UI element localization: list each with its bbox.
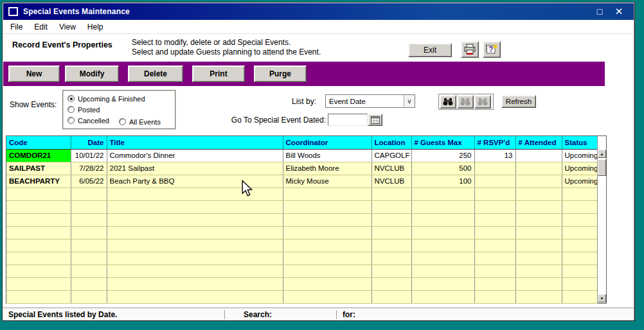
show-events-group: Upcoming & Finished Posted Cancelled All… <box>62 90 176 130</box>
menu-item-edit[interactable]: Edit <box>28 21 53 33</box>
binoculars-next-icon <box>460 98 470 106</box>
table-row[interactable]: COMDOR2110/01/22Commodor's DinnerBill Wo… <box>6 149 597 162</box>
printer-icon <box>463 44 477 56</box>
radio-icon <box>67 95 75 102</box>
table-row-empty[interactable] <box>6 213 597 226</box>
table-row-empty[interactable] <box>6 265 597 277</box>
list-by-select[interactable]: Event Date ∨ <box>325 94 415 108</box>
menu-item-help[interactable]: Help <box>82 21 109 33</box>
close-button[interactable]: ✕ <box>609 6 629 17</box>
table-row-empty[interactable] <box>6 252 597 265</box>
cell-date: 6/05/22 <box>71 175 107 187</box>
status-for-label: for: <box>337 310 634 319</box>
new-button[interactable]: New <box>8 65 60 82</box>
titlebar[interactable]: Special Events Maintenance □ ✕ <box>3 3 634 20</box>
table-row-empty[interactable] <box>6 226 597 239</box>
cell-guests_max: 500 <box>411 162 474 175</box>
purge-button[interactable]: Purge <box>254 65 307 82</box>
table-row-empty[interactable] <box>6 239 597 252</box>
menu-item-view[interactable]: View <box>53 21 82 33</box>
table-row-empty[interactable] <box>6 290 597 303</box>
radio-icon <box>67 106 75 113</box>
print-setup-button[interactable] <box>461 41 479 58</box>
find-button[interactable] <box>440 95 456 109</box>
window-title: Special Events Maintenance <box>23 7 590 16</box>
cell-status: Upcoming <box>562 149 597 162</box>
table-scrollbar[interactable]: ▲ ▼ <box>597 136 606 303</box>
find-next-button[interactable] <box>457 95 474 109</box>
cell-title: Beach Party & BBQ <box>107 175 283 187</box>
help-button[interactable]: ? <box>483 41 501 58</box>
column-header-status[interactable]: Status <box>562 136 597 149</box>
radio-all-events[interactable]: All Events <box>119 116 161 127</box>
cell-rsvp <box>474 162 515 175</box>
events-grid: Code Date Title Coordinator Location # G… <box>6 136 598 304</box>
up-arrow-icon: ▲ <box>600 152 604 156</box>
status-bar: Special Events listed by Date. Search: f… <box>3 308 634 320</box>
radio-upcoming-finished[interactable]: Upcoming & Finished <box>67 93 171 104</box>
cell-coordinator: Micky Mouse <box>283 175 371 187</box>
radio-label: All Events <box>129 118 161 126</box>
column-header-guests-max[interactable]: # Guests Max <box>411 136 474 149</box>
chevron-down-icon: ∨ <box>404 95 415 107</box>
window-icon <box>8 7 18 16</box>
print-button[interactable]: Print <box>192 65 245 82</box>
calendar-button[interactable] <box>368 114 382 126</box>
scroll-down-button[interactable]: ▼ <box>598 294 606 302</box>
find-previous-button[interactable] <box>474 95 491 109</box>
column-header-rsvpd[interactable]: # RSVP'd <box>474 136 515 149</box>
table-row[interactable]: BEACHPARTY6/05/22Beach Party & BBQMicky … <box>6 175 597 187</box>
cell-guests_max: 250 <box>411 149 474 162</box>
cell-status: Upcoming <box>562 175 597 187</box>
goto-date-input[interactable] <box>328 114 368 126</box>
radio-label: Posted <box>78 106 100 114</box>
goto-date-label: Go To Special Event Dated: <box>215 116 326 125</box>
cell-title: Commodor's Dinner <box>107 149 283 162</box>
menu-item-file[interactable]: File <box>4 21 28 33</box>
instruction-line-1: Select to modify, delete or add Special … <box>132 38 321 48</box>
table-row-empty[interactable] <box>6 277 597 290</box>
column-header-title[interactable]: Title <box>107 136 283 149</box>
scroll-up-button[interactable]: ▲ <box>598 150 606 158</box>
binoculars-icon <box>443 98 453 106</box>
calendar-icon <box>371 116 380 124</box>
radio-label: Cancelled <box>78 117 109 125</box>
cell-title: 2021 Sailpast <box>107 162 283 175</box>
cell-code: SAILPAST <box>6 162 71 175</box>
radio-posted[interactable]: Posted <box>67 104 171 115</box>
binoculars-previous-icon <box>478 98 488 106</box>
refresh-button[interactable]: Refresh <box>501 95 536 108</box>
column-header-date[interactable]: Date <box>71 136 107 149</box>
column-header-location[interactable]: Location <box>371 136 411 149</box>
column-header-code[interactable]: Code <box>6 136 71 149</box>
list-by-label: List by: <box>292 97 316 106</box>
radio-icon <box>67 117 75 124</box>
cell-rsvp <box>474 175 515 187</box>
column-header-coordinator[interactable]: Coordinator <box>283 136 371 149</box>
column-header-attended[interactable]: # Attended <box>515 136 562 149</box>
cell-attended <box>515 162 562 175</box>
maximize-button[interactable]: □ <box>590 6 609 17</box>
action-toolbar: New Modify Delete Print Purge <box>3 62 605 86</box>
table-header-row: Code Date Title Coordinator Location # G… <box>6 136 597 149</box>
table-row[interactable]: SAILPAST7/28/222021 SailpastElizabeth Mo… <box>6 162 597 175</box>
app-window: Special Events Maintenance □ ✕ File Edit… <box>2 2 635 321</box>
header-section: Record Event's Properties Select to modi… <box>3 34 634 62</box>
table-row-empty[interactable] <box>6 187 597 200</box>
cell-location: CAPGOLF <box>371 149 411 162</box>
cell-rsvp: 13 <box>474 149 515 162</box>
instruction-line-2: Select and update Guests planning to att… <box>132 48 321 57</box>
cell-coordinator: Bill Woods <box>283 149 371 162</box>
cell-code: COMDOR21 <box>6 149 71 162</box>
events-table: Code Date Title Coordinator Location # G… <box>6 135 607 304</box>
table-row-empty[interactable] <box>6 200 597 213</box>
modify-button[interactable]: Modify <box>65 65 119 82</box>
exit-button[interactable]: Exit <box>408 43 452 57</box>
delete-button[interactable]: Delete <box>128 65 183 82</box>
page-title: Record Event's Properties <box>12 40 112 49</box>
cell-attended <box>515 149 562 162</box>
cell-location: NVCLUB <box>371 175 411 187</box>
radio-icon <box>119 118 126 125</box>
svg-text:?: ? <box>488 45 493 54</box>
scrollbar-thumb[interactable] <box>598 159 606 176</box>
